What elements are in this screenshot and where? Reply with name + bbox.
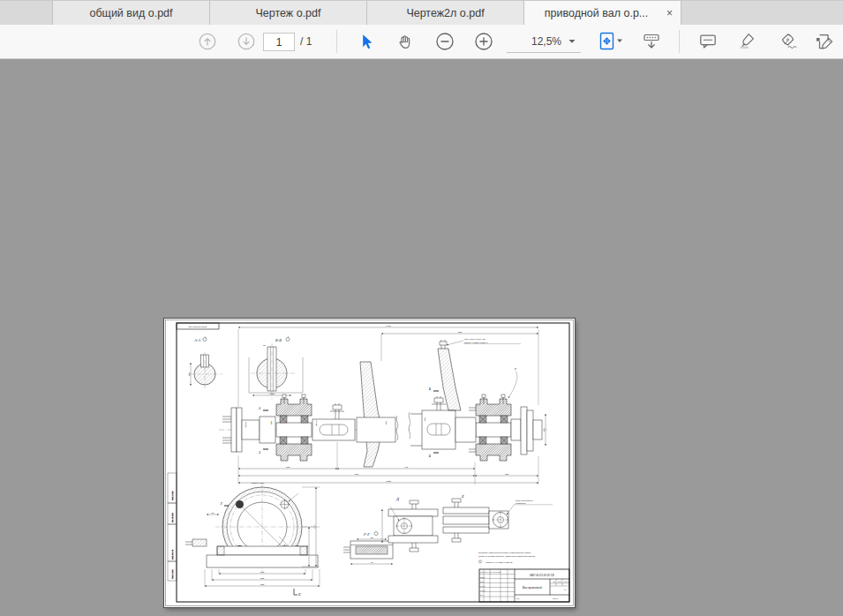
dim-label: ⌀50 [385, 420, 388, 424]
acrobat-window: общий вид о.pdf Чертеж о.pdf Чертеж2л о.… [0, 0, 843, 616]
cut-letter-a: А [258, 407, 260, 410]
flange-front-view: Размер 4 отв. [185, 482, 320, 597]
tab-label: приводной вал о.p... [545, 7, 649, 19]
comment-bubble-icon [697, 31, 719, 52]
arrow-down-circle-icon [237, 32, 256, 51]
scroll-mode-icon [641, 31, 662, 52]
dim-label: ⌀45 [424, 417, 426, 421]
close-icon[interactable]: × [666, 8, 673, 19]
cut-letter-b: Б [428, 387, 431, 391]
margin-label: Подп. и дата [171, 491, 173, 500]
title-scale-value: 1:2 [564, 590, 566, 590]
title-mass: Масса [558, 582, 562, 582]
dim-label: 152 [313, 524, 316, 529]
tab-label: Чертеж о.pdf [256, 7, 321, 19]
dim-label: 240 [260, 571, 265, 574]
scroll-mode-button[interactable] [641, 25, 662, 58]
title-block: ВКС-В.223.02.02 СБ Вал приводной Лит. Ма… [479, 569, 569, 602]
margin-label: Инв. № дубл. [171, 512, 173, 522]
toolbar: / 1 12,5% [0, 25, 843, 59]
title-row: Пров. [480, 582, 485, 582]
page-number-input[interactable] [263, 33, 295, 51]
bolt-note: болт невыпадающ. [516, 500, 534, 501]
zoom-out-button[interactable] [434, 25, 455, 58]
view-e: Е болт невыпадающ. стопорить [443, 494, 553, 542]
hand-icon [395, 32, 414, 51]
margin-label: Взам. инв. № [171, 550, 173, 560]
plus-circle-icon [473, 31, 494, 52]
cursor-arrow-icon [357, 32, 376, 51]
dim-label: ⌀45 [188, 372, 191, 376]
section-a-label: А-А [193, 338, 200, 342]
tab-bar-spacer [0, 1, 52, 25]
toolbar-separator [336, 30, 337, 53]
zoom-in-button[interactable] [473, 25, 494, 58]
title-lit: Лит. [553, 582, 556, 582]
title-row: Н.контр. [480, 590, 486, 591]
bolt-note: стопорить [516, 502, 527, 504]
dim-label: ⌀45H7 [315, 419, 318, 426]
next-page-button[interactable] [237, 25, 256, 58]
title-sheets: Листов 1 [553, 598, 559, 599]
position-number: 7 [515, 368, 516, 372]
page-total-label: / 1 [300, 25, 312, 58]
note-line: В полость камер подшипниковых узлов зало… [478, 552, 531, 553]
cut-letter-b: Б [428, 454, 431, 458]
title-scale-label: Масштаб [564, 582, 570, 582]
section-b-b: Б-Б ⌀130 52 [249, 337, 303, 401]
chevron-down-icon [568, 39, 576, 44]
title-designation: ВКС-В.223.02.02 СБ [530, 574, 554, 577]
view-d-label: Д [395, 497, 400, 501]
previous-page-button[interactable] [198, 25, 217, 58]
fountain-pen-icon [776, 31, 799, 52]
doc-stamp: ВКС-В.223.02.02 СБ [189, 326, 207, 327]
view-e-mark: Е [297, 592, 301, 597]
section-g-g: Г-Г 58 75 [343, 532, 393, 565]
leader-note: смазочн. 2 ГОСТ 19853-74 [464, 342, 489, 343]
dim-label: 58 [371, 537, 373, 539]
tab-label: Чертеж2л о.pdf [406, 7, 484, 19]
tab-chertezh2l[interactable]: Чертеж2л о.pdf [366, 1, 524, 25]
dim-label: 695 [355, 473, 359, 476]
dim-label: 75 [371, 561, 373, 564]
section-a-a: А-А ⌀45 [188, 337, 223, 390]
margin-label: Подп. и дата [171, 569, 173, 579]
view-e-label: Е [461, 494, 464, 499]
tab-label: общий вид о.pdf [89, 7, 172, 19]
dim-label: 1380 [386, 480, 391, 483]
tab-bar: общий вид о.pdf Чертеж о.pdf Чертеж2л о.… [0, 0, 843, 25]
highlight-button[interactable] [737, 25, 758, 58]
arrow-up-circle-icon [198, 32, 217, 51]
fit-page-icon [597, 31, 623, 52]
dim-label: 1410 [386, 325, 391, 327]
dim-label: 320 [260, 583, 265, 586]
technical-notes: В полость камер подшипниковых узлов зало… [478, 552, 536, 563]
flange-note: Размер 4 отв. [252, 482, 265, 484]
document-canvas[interactable]: ВКС-В.223.02.02 СБ Подп. и дата Инв. № д… [0, 59, 843, 616]
dim-label: ⌀130 [269, 393, 275, 395]
title-row: Разраб. [480, 577, 485, 578]
comment-button[interactable] [697, 25, 719, 58]
zoom-level-dropdown[interactable]: 12,5% [507, 31, 581, 53]
section-g-label: Г-Г [363, 532, 370, 537]
pdf-page[interactable]: ВКС-В.223.02.02 СБ Подп. и дата Инв. № д… [164, 319, 575, 607]
dim-label: 65 [212, 512, 215, 515]
dim-label: ⌀35k6 [245, 421, 247, 427]
margin-stamp-boxes: Подп. и дата Инв. № дубл. Взам. инв. № П… [168, 473, 177, 581]
tab-obshchiy-vid[interactable]: общий вид о.pdf [52, 1, 210, 25]
note-line: Литол-24 по ГОСТ 21150-87, заполнив 2/3 … [478, 555, 536, 558]
minus-circle-icon [434, 31, 455, 52]
dim-label: 240 [285, 466, 290, 469]
select-tool-button[interactable] [357, 25, 376, 58]
tab-privodnoy-val[interactable]: приводной вал о.p... × [523, 1, 681, 25]
cut-letter-a: А [258, 451, 260, 454]
fit-page-button[interactable] [597, 25, 623, 58]
fill-sign-button[interactable] [776, 25, 799, 58]
tab-chertezh[interactable]: Чертеж о.pdf [209, 1, 367, 25]
cut-letter-g: Г [220, 502, 222, 506]
dim-label: 445 [404, 466, 409, 469]
leader-note: отв. М10×1 на оси 700 [464, 338, 485, 340]
section-b-label: Б-Б [275, 338, 282, 342]
edit-pdf-button[interactable] [814, 25, 837, 58]
hand-tool-button[interactable] [395, 25, 414, 58]
